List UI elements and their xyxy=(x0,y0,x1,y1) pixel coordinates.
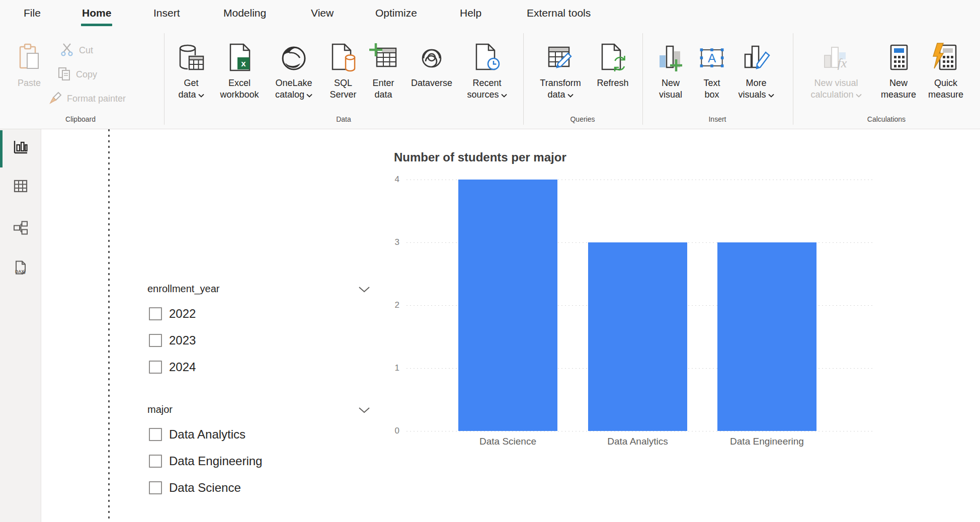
slicer-option-data-engineering[interactable]: Data Engineering xyxy=(149,454,262,468)
slicer-option-label: Data Science xyxy=(169,481,241,495)
slicer-option-label: 2024 xyxy=(169,360,196,374)
checkbox[interactable] xyxy=(149,361,162,374)
excel-workbook-button[interactable]: x Excel workbook xyxy=(212,42,267,101)
enter-data-button[interactable]: Enter data xyxy=(367,42,399,101)
menu-modeling[interactable]: Modeling xyxy=(223,7,266,19)
slicer-option-2022[interactable]: 2022 xyxy=(149,307,196,321)
slicer-title-major: major xyxy=(147,404,173,415)
chart-plus-icon xyxy=(652,42,689,77)
transform-data-button[interactable]: Transform data xyxy=(532,42,589,101)
group-label-calculations: Calculations xyxy=(831,115,942,123)
menu-optimize[interactable]: Optimize xyxy=(375,7,417,19)
paste-button: Paste xyxy=(14,42,44,89)
chevron-down-icon xyxy=(198,89,204,101)
view-switcher-sidebar: DAX) xyxy=(0,129,41,522)
checkbox[interactable] xyxy=(149,428,162,441)
x-category-label: Data Engineering xyxy=(702,436,833,447)
gridline xyxy=(406,431,872,431)
chevron-down-icon xyxy=(856,89,862,101)
slicer-option-label: 2023 xyxy=(169,333,196,347)
svg-text:DAX): DAX) xyxy=(15,269,26,274)
new-visual-calculation-button: fx New visual calculation xyxy=(798,42,874,101)
chevron-down-icon xyxy=(567,89,574,101)
copy-button: Copy xyxy=(57,66,97,83)
cut-button: Cut xyxy=(60,42,93,59)
copy-icon xyxy=(57,66,71,83)
slicer-option-data-analytics[interactable]: Data Analytics xyxy=(149,427,246,442)
calculator-icon xyxy=(876,42,921,77)
format-painter-icon xyxy=(48,91,62,107)
sql-server-button[interactable]: SQL Server xyxy=(323,42,363,101)
new-visual-button[interactable]: New visual xyxy=(652,42,689,101)
chevron-down-icon[interactable] xyxy=(358,286,370,295)
textbox-a-icon: A xyxy=(697,42,727,77)
y-tick-label: 4 xyxy=(379,175,399,185)
file-clock-icon xyxy=(462,42,512,77)
bar-data-science[interactable] xyxy=(458,180,557,431)
slicer-option-2023[interactable]: 2023 xyxy=(149,333,196,347)
recent-sources-button[interactable]: Recent sources xyxy=(462,42,512,101)
menu-file[interactable]: File xyxy=(24,7,41,19)
checkbox[interactable] xyxy=(149,455,162,468)
chevron-down-icon[interactable] xyxy=(358,407,370,416)
menu-external-tools[interactable]: External tools xyxy=(527,7,591,19)
text-box-button[interactable]: A Text box xyxy=(697,42,727,101)
report-canvas: enrollment_year 2022 2023 2024 major Dat… xyxy=(41,129,980,522)
quick-measure-button[interactable]: Quick measure xyxy=(923,42,968,101)
y-tick-label: 0 xyxy=(379,426,399,436)
refresh-button[interactable]: Refresh xyxy=(591,42,635,89)
bar-data-engineering[interactable] xyxy=(717,242,816,431)
group-label-data: Data xyxy=(288,115,399,123)
active-view-indicator xyxy=(0,130,3,167)
table-plus-icon xyxy=(367,42,399,77)
chevron-down-icon xyxy=(306,89,312,101)
group-separator xyxy=(164,33,165,125)
dataverse-button[interactable]: Dataverse xyxy=(404,42,459,89)
chevron-down-icon xyxy=(501,89,507,101)
dax-query-view-icon[interactable]: DAX) xyxy=(12,259,29,277)
checkbox[interactable] xyxy=(149,334,162,347)
report-view-icon[interactable] xyxy=(12,138,29,155)
menu-insert[interactable]: Insert xyxy=(153,7,180,19)
cut-icon xyxy=(60,42,74,59)
y-tick-label: 2 xyxy=(379,300,399,310)
slicer-option-2024[interactable]: 2024 xyxy=(149,360,196,374)
file-refresh-icon xyxy=(591,42,635,77)
svg-text:A: A xyxy=(708,51,716,65)
slicer-option-label: 2022 xyxy=(169,307,196,321)
checkbox[interactable] xyxy=(149,307,162,320)
get-data-button[interactable]: Get data xyxy=(172,42,210,101)
svg-text:x: x xyxy=(241,59,246,68)
slicer-title-enrollment-year: enrollment_year xyxy=(147,283,219,295)
ribbon-area: File Home Insert Modeling View Optimize … xyxy=(0,0,980,129)
group-separator xyxy=(523,33,524,125)
more-visuals-button[interactable]: More visuals xyxy=(733,42,779,101)
onelake-catalog-button[interactable]: OneLake catalog xyxy=(266,42,322,101)
x-category-label: Data Analytics xyxy=(573,436,703,447)
chart-fx-icon: fx xyxy=(798,42,874,77)
menu-view[interactable]: View xyxy=(311,7,334,19)
onelake-swirl-icon xyxy=(266,42,322,77)
svg-text:fx: fx xyxy=(838,56,847,70)
checkbox[interactable] xyxy=(149,481,162,494)
x-category-label: Data Science xyxy=(443,436,574,447)
group-separator xyxy=(793,33,793,125)
slicer-option-data-science[interactable]: Data Science xyxy=(149,481,241,495)
table-view-icon[interactable] xyxy=(12,178,29,195)
bar-data-analytics[interactable] xyxy=(588,242,687,431)
slicer-option-label: Data Analytics xyxy=(169,427,246,442)
calculator-lightning-icon xyxy=(923,42,968,77)
chart-title: Number of students per major xyxy=(394,150,566,164)
excel-file-icon: x xyxy=(212,42,267,77)
menu-help[interactable]: Help xyxy=(460,7,481,19)
group-label-queries: Queries xyxy=(527,115,638,123)
group-separator xyxy=(642,33,643,125)
model-view-icon[interactable] xyxy=(12,219,29,236)
file-database-icon xyxy=(323,42,363,77)
menu-home[interactable]: Home xyxy=(82,7,111,19)
group-label-clipboard: Clipboard xyxy=(25,115,136,123)
chevron-down-icon xyxy=(768,89,774,101)
group-label-insert: Insert xyxy=(662,115,773,123)
new-measure-button[interactable]: New measure xyxy=(876,42,921,101)
paste-icon xyxy=(14,42,44,77)
